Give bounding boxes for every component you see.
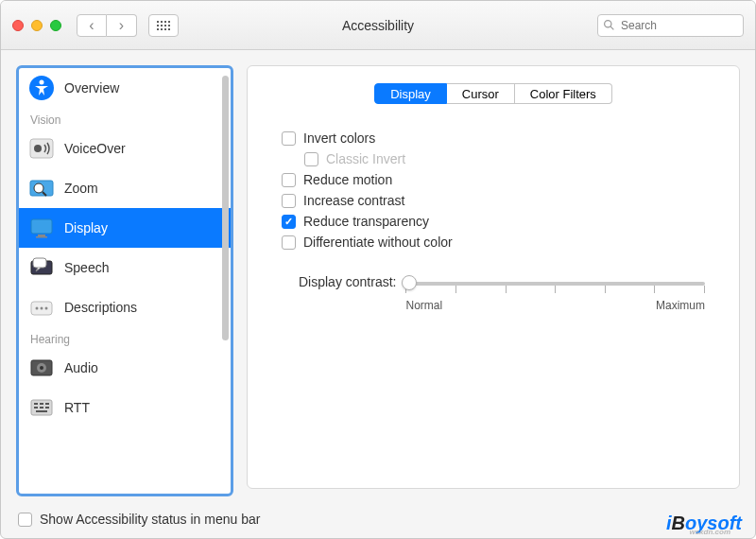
option-label: Invert colors	[303, 130, 375, 146]
slider-track	[405, 282, 705, 286]
svg-point-20	[40, 366, 43, 370]
option-label: Classic Invert	[326, 151, 405, 166]
zoom-icon[interactable]	[50, 20, 61, 31]
option-classic-invert: Classic Invert	[304, 151, 714, 166]
search-icon	[603, 19, 615, 31]
sidebar-item-rtt[interactable]: RTT	[19, 388, 231, 427]
content: Overview Vision VoiceOver Zoom Display	[1, 50, 755, 504]
option-label: Reduce motion	[303, 172, 392, 187]
watermark-url: wsxdn.com	[689, 528, 730, 536]
audio-icon	[28, 355, 55, 381]
options: Invert colors Classic Invert Reduce moti…	[282, 130, 714, 250]
sidebar-list[interactable]: Overview Vision VoiceOver Zoom Display	[19, 68, 231, 494]
checkbox[interactable]	[282, 194, 296, 208]
voiceover-icon	[28, 135, 55, 162]
descriptions-icon	[28, 294, 55, 321]
option-differentiate[interactable]: Differentiate without color	[282, 235, 714, 250]
svg-rect-22	[34, 403, 38, 405]
back-button[interactable]: ‹	[77, 14, 107, 37]
grid-icon	[157, 21, 170, 30]
sidebar-item-label: Speech	[64, 260, 109, 275]
option-reduce-motion[interactable]: Reduce motion	[282, 172, 714, 187]
svg-point-3	[40, 80, 44, 85]
svg-point-15	[36, 307, 39, 310]
contrast-slider[interactable]: Normal Maximum	[405, 274, 705, 312]
display-icon	[28, 215, 55, 241]
checkbox[interactable]	[282, 131, 296, 146]
slider-range-labels: Normal Maximum	[405, 299, 705, 312]
window-title: Accessibility	[342, 18, 414, 33]
sidebar-item-label: VoiceOver	[64, 141, 126, 156]
main-panel: Display Cursor Color Filters Invert colo…	[247, 65, 740, 489]
slider-label: Display contrast:	[299, 274, 396, 289]
option-reduce-transparency[interactable]: Reduce transparency	[282, 214, 714, 229]
checkbox[interactable]	[282, 235, 296, 250]
sidebar: Overview Vision VoiceOver Zoom Display	[16, 65, 233, 496]
svg-rect-26	[40, 407, 43, 409]
show-all-button[interactable]	[148, 14, 179, 37]
option-label: Reduce transparency	[303, 214, 429, 229]
sidebar-item-overview[interactable]: Overview	[19, 68, 231, 108]
close-icon[interactable]	[12, 20, 24, 31]
slider-min-label: Normal	[405, 299, 442, 312]
zoom-icon	[28, 175, 55, 201]
option-label: Differentiate without color	[303, 235, 453, 250]
svg-point-17	[45, 307, 48, 310]
titlebar: ‹ › Accessibility	[1, 1, 755, 50]
minimize-icon[interactable]	[31, 20, 43, 31]
sidebar-item-zoom[interactable]: Zoom	[19, 168, 231, 208]
speech-icon	[28, 254, 55, 281]
sidebar-item-display[interactable]: Display	[19, 208, 231, 248]
sidebar-item-speech[interactable]: Speech	[19, 248, 231, 287]
sidebar-item-label: Audio	[64, 360, 98, 375]
chevron-right-icon: ›	[119, 17, 124, 34]
checkbox[interactable]	[282, 173, 296, 187]
footer-label: Show Accessibility status in menu bar	[40, 512, 260, 527]
sidebar-item-voiceover[interactable]: VoiceOver	[19, 129, 231, 168]
sidebar-item-audio[interactable]: Audio	[19, 348, 231, 388]
svg-rect-25	[34, 407, 38, 409]
checkbox[interactable]	[282, 215, 296, 229]
tab-cursor[interactable]: Cursor	[447, 83, 515, 104]
sidebar-item-label: Display	[64, 220, 108, 235]
slider-max-label: Maximum	[656, 299, 705, 312]
scrollbar[interactable]	[222, 76, 229, 340]
footer-option[interactable]: Show Accessibility status in menu bar	[18, 512, 260, 527]
contrast-slider-row: Display contrast: Normal Maximum	[299, 274, 714, 312]
sidebar-item-label: Zoom	[64, 181, 98, 196]
search-input[interactable]	[597, 14, 744, 37]
sidebar-item-descriptions[interactable]: Descriptions	[19, 287, 231, 327]
accessibility-icon	[28, 75, 55, 101]
chevron-left-icon: ‹	[89, 17, 94, 34]
tab-display[interactable]: Display	[374, 83, 447, 104]
search-wrap	[597, 14, 744, 37]
svg-rect-9	[31, 219, 52, 234]
svg-point-5	[34, 145, 42, 152]
preferences-window: ‹ › Accessibility Overview Vision VoiceO…	[0, 0, 756, 539]
svg-point-16	[41, 307, 43, 310]
sidebar-item-label: Descriptions	[64, 300, 137, 315]
svg-rect-28	[36, 410, 47, 412]
option-label: Increase contrast	[303, 193, 404, 208]
sidebar-item-label: Overview	[64, 80, 119, 96]
svg-line-1	[610, 26, 613, 29]
rtt-icon	[28, 394, 55, 421]
svg-rect-24	[45, 403, 49, 405]
section-hearing: Hearing	[19, 327, 231, 348]
section-vision: Vision	[19, 108, 231, 129]
nav-buttons: ‹ ›	[77, 14, 137, 37]
tab-color-filters[interactable]: Color Filters	[515, 83, 612, 104]
svg-point-0	[605, 20, 611, 26]
option-invert-colors[interactable]: Invert colors	[282, 130, 714, 146]
svg-rect-13	[33, 258, 46, 268]
checkbox[interactable]	[18, 513, 32, 527]
option-increase-contrast[interactable]: Increase contrast	[282, 193, 714, 208]
forward-button[interactable]: ›	[107, 14, 137, 37]
svg-rect-11	[36, 236, 47, 238]
sidebar-item-label: RTT	[64, 400, 90, 415]
watermark: iBoysoft wsxdn.com	[666, 513, 742, 534]
tab-bar: Display Cursor Color Filters	[272, 83, 714, 104]
svg-point-7	[34, 183, 43, 193]
svg-rect-23	[40, 403, 43, 405]
svg-rect-27	[45, 407, 49, 409]
